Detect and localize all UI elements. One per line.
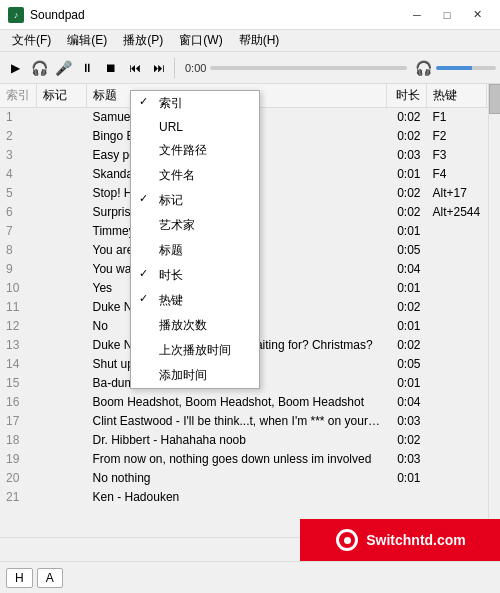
cell-duration: 0:05 [387, 355, 427, 374]
play-button[interactable]: ▶ [4, 57, 26, 79]
menu-bar: 文件(F) 编辑(E) 播放(P) 窗口(W) 帮助(H) [0, 30, 500, 52]
cell-num: 2 [0, 127, 37, 146]
pause-button[interactable]: ⏸ [76, 57, 98, 79]
next-button[interactable]: ⏭ [148, 57, 170, 79]
ctx-menu-item-5[interactable]: 艺术家 [131, 213, 259, 238]
ctx-menu-item-10[interactable]: 上次播放时间 [131, 338, 259, 363]
volume-slider[interactable] [436, 66, 496, 70]
cell-mark [37, 374, 87, 393]
col-header-hotkey[interactable]: 热键 [427, 84, 487, 108]
cell-num: 15 [0, 374, 37, 393]
cell-hotkey: Alt+17 [427, 184, 487, 203]
title-bar: ♪ Soundpad ─ □ ✕ [0, 0, 500, 30]
cell-num: 17 [0, 412, 37, 431]
cell-hotkey [427, 412, 487, 431]
cell-num: 13 [0, 336, 37, 355]
cell-duration: 0:01 [387, 222, 427, 241]
volume-area: 🎧 [415, 60, 496, 76]
cell-num: 11 [0, 298, 37, 317]
minimize-button[interactable]: ─ [402, 5, 432, 25]
bottom-bar: H A [0, 561, 500, 593]
prev-button[interactable]: ⏮ [124, 57, 146, 79]
ctx-menu-item-6[interactable]: 标题 [131, 238, 259, 263]
cell-mark [37, 355, 87, 374]
ctx-menu-item-4[interactable]: 标记 [131, 188, 259, 213]
menu-file[interactable]: 文件(F) [4, 30, 59, 51]
ctx-menu-item-11[interactable]: 添加时间 [131, 363, 259, 388]
cell-duration [387, 488, 427, 507]
cell-mark [37, 146, 87, 165]
cell-num: 19 [0, 450, 37, 469]
cell-hotkey: F4 [427, 165, 487, 184]
close-button[interactable]: ✕ [462, 5, 492, 25]
headphone-button[interactable]: 🎧 [28, 57, 50, 79]
ctx-menu-item-9[interactable]: 播放次数 [131, 313, 259, 338]
cell-mark [37, 298, 87, 317]
scrollbar-thumb[interactable] [489, 84, 500, 114]
cell-hotkey [427, 298, 487, 317]
col-header-num[interactable]: 索引 [0, 84, 37, 108]
col-header-mark[interactable]: 标记 [37, 84, 87, 108]
table-row[interactable]: 16 Boom Headshot, Boom Headshot, Boom He… [0, 393, 500, 412]
h-button[interactable]: H [6, 568, 33, 588]
ctx-menu-item-0[interactable]: 索引 [131, 91, 259, 116]
cell-hotkey [427, 317, 487, 336]
cell-mark [37, 412, 87, 431]
cell-mark [37, 222, 87, 241]
cell-hotkey: F2 [427, 127, 487, 146]
a-button[interactable]: A [37, 568, 63, 588]
ctx-menu-item-7[interactable]: 时长 [131, 263, 259, 288]
table-row[interactable]: 21 Ken - Hadouken [0, 488, 500, 507]
table-row[interactable]: 19 From now on, nothing goes down unless… [0, 450, 500, 469]
menu-window[interactable]: 窗口(W) [171, 30, 230, 51]
ctx-menu-item-8[interactable]: 热键 [131, 288, 259, 313]
ctx-menu-item-2[interactable]: 文件路径 [131, 138, 259, 163]
maximize-button[interactable]: □ [432, 5, 462, 25]
table-row[interactable]: 20 No nothing 0:01 [0, 469, 500, 488]
menu-edit[interactable]: 编辑(E) [59, 30, 115, 51]
volume-icon: 🎧 [415, 60, 432, 76]
cell-title: Dr. Hibbert - Hahahaha noob [87, 431, 387, 450]
table-row[interactable]: 18 Dr. Hibbert - Hahahaha noob 0:02 [0, 431, 500, 450]
cell-title: From now on, nothing goes down unless im… [87, 450, 387, 469]
table-row[interactable]: 17 Clint Eastwood - I'll be think...t, w… [0, 412, 500, 431]
stop-button[interactable]: ⏹ [100, 57, 122, 79]
cell-duration: 0:01 [387, 374, 427, 393]
watermark-text: Switchntd.com [366, 532, 466, 548]
time-display: 0:00 [185, 62, 206, 74]
ctx-menu-item-3[interactable]: 文件名 [131, 163, 259, 188]
cell-hotkey [427, 279, 487, 298]
cell-num: 18 [0, 431, 37, 450]
context-menu: 索引URL文件路径文件名标记艺术家标题时长热键播放次数上次播放时间添加时间 [130, 90, 260, 389]
cell-num: 21 [0, 488, 37, 507]
watermark-logo [334, 527, 360, 553]
mic-button[interactable]: 🎤 [52, 57, 74, 79]
col-header-duration[interactable]: 时长 [387, 84, 427, 108]
cell-num: 6 [0, 203, 37, 222]
progress-bar[interactable] [210, 66, 407, 70]
cell-duration: 0:01 [387, 317, 427, 336]
cell-duration: 0:02 [387, 336, 427, 355]
window-controls: ─ □ ✕ [402, 5, 492, 25]
menu-play[interactable]: 播放(P) [115, 30, 171, 51]
cell-mark [37, 184, 87, 203]
cell-mark [37, 165, 87, 184]
cell-mark [37, 336, 87, 355]
cell-num: 14 [0, 355, 37, 374]
cell-num: 16 [0, 393, 37, 412]
cell-mark [37, 260, 87, 279]
app-icon: ♪ [8, 7, 24, 23]
cell-num: 10 [0, 279, 37, 298]
cell-hotkey [427, 222, 487, 241]
watermark: Switchntd.com [300, 519, 500, 561]
cell-num: 5 [0, 184, 37, 203]
cell-hotkey [427, 469, 487, 488]
scrollbar-track[interactable] [488, 84, 500, 537]
cell-mark [37, 317, 87, 336]
ctx-menu-item-1[interactable]: URL [131, 116, 259, 138]
menu-help[interactable]: 帮助(H) [231, 30, 288, 51]
cell-hotkey: F3 [427, 146, 487, 165]
cell-mark [37, 203, 87, 222]
cell-hotkey [427, 393, 487, 412]
cell-hotkey [427, 488, 487, 507]
